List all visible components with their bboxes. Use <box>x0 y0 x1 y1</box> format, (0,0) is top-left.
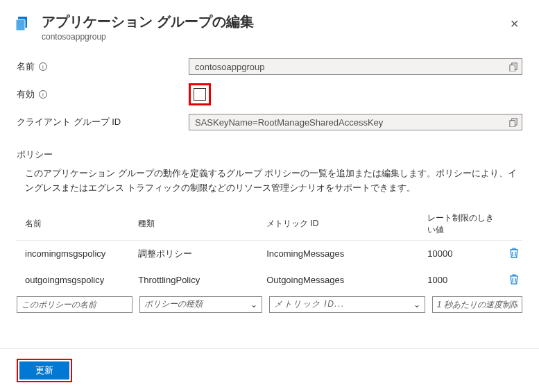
header-icon <box>14 12 36 34</box>
delete-row-button[interactable] <box>509 274 519 287</box>
policy-section-title: ポリシー <box>17 148 522 161</box>
table-new-row: ポリシーの種類 ⌄ メトリック ID... ⌄ <box>17 293 522 313</box>
table-row: incomingmsgspolicy 調整ポリシー IncomingMessag… <box>17 241 522 267</box>
svg-rect-5 <box>509 120 514 126</box>
name-input[interactable] <box>189 58 522 75</box>
table-row: outgoingmsgspolicy ThrottlingPolicy Outg… <box>17 267 522 293</box>
cell-type: 調整ポリシー <box>138 248 259 260</box>
new-policy-rate-input[interactable] <box>432 296 522 313</box>
dropdown-placeholder: メトリック ID... <box>274 298 345 310</box>
policy-table: 名前 種類 メトリック ID レート制限のしきい値 incomingmsgspo… <box>0 208 539 313</box>
svg-rect-1 <box>16 19 25 31</box>
update-button-highlight: 更新 <box>17 359 72 382</box>
info-icon[interactable]: i <box>39 90 47 99</box>
row-enabled: 有効 i <box>17 80 522 108</box>
trash-icon <box>509 248 519 258</box>
chevron-down-icon: ⌄ <box>413 300 420 309</box>
col-metric: メトリック ID <box>266 218 420 230</box>
new-policy-type-dropdown[interactable]: ポリシーの種類 ⌄ <box>139 296 262 313</box>
page-subtitle: contosoappgroup <box>42 32 503 42</box>
col-rate: レート制限のしきい値 <box>427 212 499 236</box>
svg-rect-3 <box>509 65 514 71</box>
name-label: 名前 <box>17 60 35 73</box>
dropdown-placeholder: ポリシーの種類 <box>144 298 203 310</box>
client-group-input[interactable] <box>189 114 522 130</box>
new-policy-metric-dropdown[interactable]: メトリック ID... ⌄ <box>269 296 425 313</box>
delete-row-button[interactable] <box>509 248 519 260</box>
row-name: 名前 i <box>17 53 522 80</box>
col-type: 種類 <box>138 218 259 230</box>
enabled-checkbox[interactable] <box>194 88 206 101</box>
table-header: 名前 種類 メトリック ID レート制限のしきい値 <box>17 208 522 241</box>
copy-document-icon <box>14 24 31 34</box>
chevron-down-icon: ⌄ <box>250 300 257 309</box>
col-name: 名前 <box>17 218 131 230</box>
policy-section-description: このアプリケーション グループの動作を定義するグループ ポリシーの一覧を追加また… <box>17 167 522 196</box>
copy-icon <box>509 118 518 127</box>
trash-icon <box>509 274 519 284</box>
close-icon: ✕ <box>510 17 519 31</box>
cell-rate: 10000 <box>427 248 499 259</box>
enabled-label: 有効 <box>17 88 35 101</box>
new-policy-name-input[interactable] <box>17 296 132 313</box>
copy-name-button[interactable] <box>507 60 520 73</box>
enabled-checkbox-highlight <box>189 83 211 105</box>
copy-client-group-button[interactable] <box>507 116 520 128</box>
close-button[interactable]: ✕ <box>503 12 525 35</box>
client-group-label: クライアント グループ ID <box>17 116 121 128</box>
cell-metric: IncomingMessages <box>266 248 420 259</box>
cell-metric: OutgoingMessages <box>266 275 420 285</box>
footer: 更新 <box>0 348 539 392</box>
policy-section: ポリシー このアプリケーション グループの動作を定義するグループ ポリシーの一覧… <box>0 136 539 196</box>
cell-type: ThrottlingPolicy <box>138 275 259 285</box>
page-title: アプリケーション グループの編集 <box>42 12 503 31</box>
cell-name: outgoingmsgspolicy <box>17 275 131 285</box>
cell-name: incomingmsgspolicy <box>17 248 131 259</box>
info-icon[interactable]: i <box>39 62 47 71</box>
update-button[interactable]: 更新 <box>19 361 69 380</box>
cell-rate: 1000 <box>427 275 499 285</box>
copy-icon <box>509 62 518 71</box>
row-client-group: クライアント グループ ID <box>17 108 522 136</box>
panel-header: アプリケーション グループの編集 contosoappgroup ✕ <box>0 0 539 53</box>
